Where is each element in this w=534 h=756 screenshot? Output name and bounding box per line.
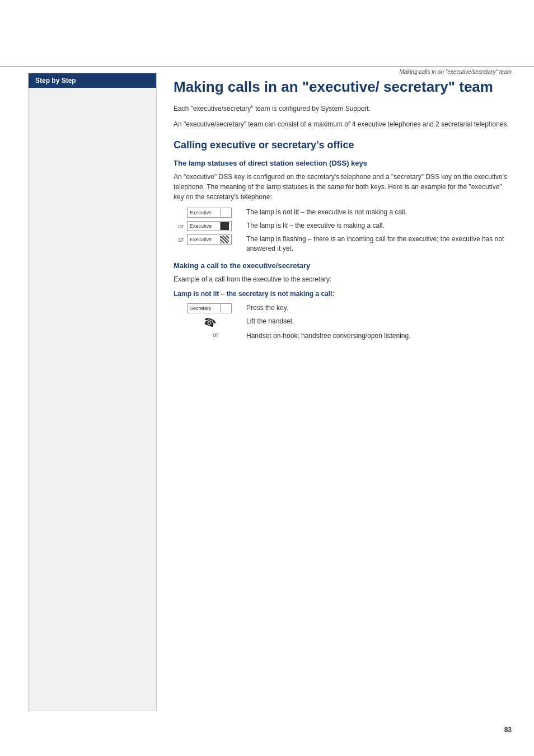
- lamp-indicator-on: [220, 222, 229, 230]
- lamp-desc-area: Executive The lamp is not lit – the exec…: [174, 208, 512, 253]
- step-1-key-label: Secretary: [190, 306, 220, 311]
- intro-para-1: Each "executive/secretary" team is confi…: [174, 104, 512, 114]
- step-2-handset-icon: ☎: [187, 317, 232, 328]
- lamp-key-off: Executive: [187, 208, 232, 218]
- lamp-desc-text-flash: The lamp is flashing – there is an incom…: [246, 234, 512, 253]
- steps-area: Secretary Press the key. ☎ Lift the hand…: [174, 303, 512, 341]
- step-3-or-label: or: [174, 331, 218, 338]
- making-intro-text: Example of a call from the executive to …: [174, 274, 512, 284]
- lamp-key-flash-container: or Executive: [174, 234, 241, 245]
- lamp-indicator-flash: [220, 236, 229, 243]
- lamp-desc-text-off: The lamp is not lit – the executive is n…: [246, 208, 407, 217]
- lamp-intro-text: An "executive" DSS key is configured on …: [174, 172, 512, 202]
- step-1-key-container: Secretary: [174, 303, 241, 313]
- lamp-indicator-off: [220, 209, 229, 217]
- step-by-step-label: Step by Step: [29, 73, 156, 88]
- lamp-key-off-container: Executive: [174, 208, 241, 218]
- lamp-key-on: Executive: [187, 221, 232, 231]
- lamp-desc-text-on: The lamp is lit – the executive is makin…: [246, 221, 385, 231]
- subsection-making-title: Making a call to the executive/secretary: [174, 261, 512, 270]
- page-main-title: Making calls in an "executive/ secretary…: [174, 78, 512, 96]
- section-calling-title: Calling executive or secretary's office: [174, 139, 512, 151]
- step-3-row: or Handset on-hook: handsfree conversing…: [174, 331, 512, 341]
- intro-para-2: An "executive/secretary" team can consis…: [174, 119, 512, 129]
- step-2-icon-container: ☎: [174, 317, 241, 328]
- subsection-lamp-title: The lamp statuses of direct station sele…: [174, 159, 512, 167]
- lamp-or-3: or: [174, 236, 184, 243]
- lamp-key-on-container: or Executive: [174, 221, 241, 231]
- step-3-or-container: or: [174, 331, 241, 338]
- step-1-text: Press the key.: [246, 303, 288, 313]
- bold-subheading: Lamp is not lit – the secretary is not m…: [174, 290, 512, 298]
- step-1-key: Secretary: [187, 303, 232, 313]
- step-3-text: Handset on-hook: handsfree conversing/op…: [246, 331, 411, 341]
- lamp-key-flash-label: Executive: [190, 237, 220, 242]
- lamp-or-2: or: [174, 223, 184, 229]
- sidebar: Step by Step: [28, 73, 157, 711]
- lamp-key-off-label: Executive: [190, 210, 220, 215]
- main-content: Making calls in an "executive/ secretary…: [174, 73, 512, 344]
- step-2-text: Lift the handset.: [246, 317, 294, 326]
- lamp-row-off: Executive The lamp is not lit – the exec…: [174, 208, 512, 218]
- lamp-key-flash: Executive: [187, 234, 232, 245]
- step-1-lamp: [220, 304, 229, 312]
- lamp-row-on: or Executive The lamp is lit – the execu…: [174, 221, 512, 231]
- page-number: 83: [504, 726, 512, 734]
- step-1-row: Secretary Press the key.: [174, 303, 512, 313]
- step-2-row: ☎ Lift the handset.: [174, 317, 512, 328]
- lamp-row-flash: or Executive The lamp is flashing – ther…: [174, 234, 512, 253]
- lamp-key-on-label: Executive: [190, 223, 220, 229]
- handset-icon: ☎: [202, 314, 217, 330]
